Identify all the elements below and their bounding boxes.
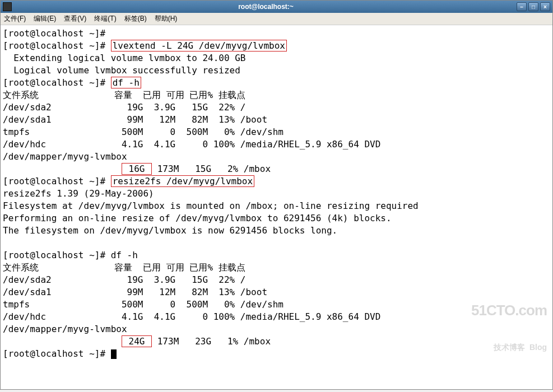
out-resize-v: resize2fs 1.39 (29-May-2006) [3, 188, 154, 199]
out-resize-3: The filesystem on /dev/myvg/lvmbox is no… [3, 225, 337, 236]
df2-row-2: /dev/sda1 99M 12M 82M 13% /boot [3, 287, 267, 297]
prompt: [root@localhost ~]# [3, 40, 111, 51]
watermark-line1: 51CTO.com [471, 304, 547, 316]
out-resize-1: Filesystem at /dev/myvg/lvmbox is mounte… [3, 200, 419, 211]
df1-mbox-size: 16G [122, 163, 152, 175]
cmd-df-h-2: df -h [111, 250, 138, 260]
menubar: 文件(F) 编辑(E) 查看(V) 终端(T) 标签(B) 帮助(H) [1, 13, 552, 25]
df-header-fs: 文件系统 [3, 90, 39, 100]
prompt: [root@localhost ~]# [3, 28, 111, 39]
df2-row-1: /dev/sda2 19G 3.9G 15G 22% / [3, 274, 245, 285]
cmd-df-h-1: df -h [111, 77, 141, 88]
df2-row-4: /dev/hdc 4.1G 4.1G 0 100% /media/RHEL_5.… [3, 311, 380, 322]
cursor-block [111, 349, 117, 359]
df-header-rest: 容量 已用 可用 已用% 挂载点 [39, 90, 245, 100]
df2-mbox-size: 24G [122, 335, 152, 347]
app-icon [3, 2, 12, 11]
menu-help[interactable]: 帮助(H) [155, 14, 178, 24]
titlebar[interactable]: root@localhost:~ – □ × [1, 1, 552, 13]
prompt: [root@localhost ~]# [3, 348, 111, 359]
out-resize-2: Performing an on-line resize of /dev/myv… [3, 213, 392, 223]
out-extend-1: Extending logical volume lvmbox to 24.00… [3, 53, 245, 63]
minimize-button[interactable]: – [517, 2, 527, 11]
prompt: [root@localhost ~]# [3, 250, 111, 260]
df1-row-5: /dev/mapper/myvg-lvmbox [3, 151, 127, 162]
terminal-window: root@localhost:~ – □ × 文件(F) 编辑(E) 查看(V)… [0, 0, 553, 390]
window-title: root@localhost:~ [15, 3, 517, 11]
df1-mbox-pre [3, 164, 122, 174]
df2-mbox-pre [3, 336, 122, 347]
maximize-button[interactable]: □ [528, 2, 538, 11]
df1-row-2: /dev/sda1 99M 12M 82M 13% /boot [3, 114, 267, 125]
menu-terminal[interactable]: 终端(T) [94, 14, 116, 24]
df1-row-3: tmpfs 500M 0 500M 0% /dev/shm [3, 127, 284, 137]
cmd-lvextend: lvextend -L 24G /dev/myvg/lvmbox [111, 40, 287, 52]
menu-edit[interactable]: 编辑(E) [34, 14, 56, 24]
menu-view[interactable]: 查看(V) [64, 14, 86, 24]
menu-tab[interactable]: 标签(B) [124, 14, 147, 24]
cmd-resize2fs: resize2fs /dev/myvg/lvmbox [111, 175, 254, 187]
prompt: [root@localhost ~]# [3, 176, 111, 186]
close-button[interactable]: × [540, 2, 550, 11]
prompt: [root@localhost ~]# [3, 77, 111, 88]
window-buttons: – □ × [517, 2, 550, 11]
df2-row-5: /dev/mapper/myvg-lvmbox [3, 324, 127, 334]
df2-mbox-rest: 173M 23G 1% /mbox [152, 336, 271, 347]
watermark: 51CTO.com 技术博客 Blog [471, 279, 547, 378]
menu-file[interactable]: 文件(F) [4, 14, 26, 24]
watermark-line2: 技术博客 Blog [471, 341, 547, 353]
df1-row-4: /dev/hdc 4.1G 4.1G 0 100% /media/RHEL_5.… [3, 139, 380, 150]
terminal-area[interactable]: [root@localhost ~]# [root@localhost ~]# … [1, 25, 552, 389]
df1-mbox-rest: 173M 15G 2% /mbox [152, 164, 271, 174]
out-extend-2: Logical volume lvmbox successfully resiz… [3, 65, 240, 76]
df2-row-3: tmpfs 500M 0 500M 0% /dev/shm [3, 299, 284, 310]
df2-header-fs: 文件系统 [3, 262, 39, 273]
df2-header-rest: 容量 已用 可用 已用% 挂载点 [39, 262, 245, 273]
df1-row-1: /dev/sda2 19G 3.9G 15G 22% / [3, 102, 245, 113]
